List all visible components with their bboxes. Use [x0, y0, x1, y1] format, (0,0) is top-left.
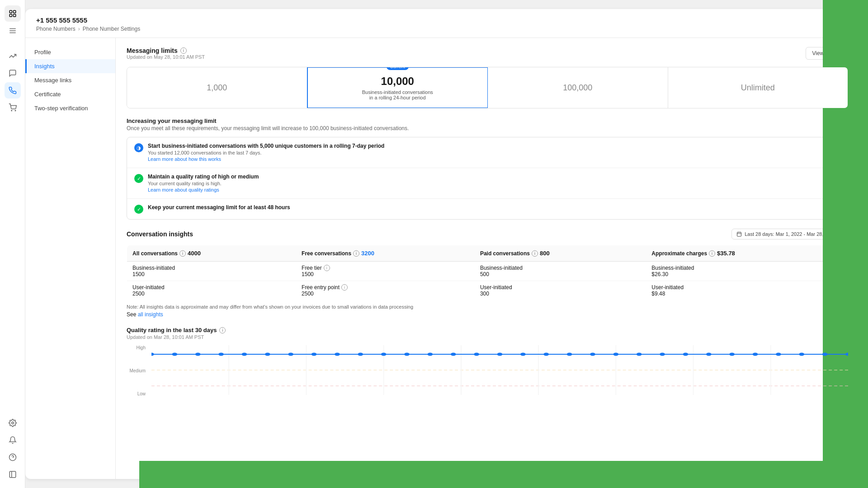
see-all-wrapper: See all insights	[127, 311, 848, 318]
svg-rect-3	[13, 14, 15, 17]
chart-svg-container	[151, 345, 848, 396]
table-row-1: Business-initiated 1500 Free tier i 1500	[127, 262, 848, 281]
left-nav: Profile Insights Message links Certifica…	[25, 38, 116, 479]
svg-rect-2	[9, 14, 12, 17]
requirement-2-link[interactable]: Learn more about quality ratings	[148, 187, 219, 192]
chat-icon[interactable]	[5, 65, 21, 81]
col-all-conversations: All conversations i 4000	[127, 245, 297, 262]
paid-business-initiated: Business-initiated 500	[475, 262, 646, 281]
cart-icon[interactable]	[5, 99, 21, 116]
conversation-insights-section: Conversation insights Last 28 days: Mar …	[127, 229, 848, 318]
requirement-3-content: Keep your current messaging limit for at…	[148, 204, 840, 211]
col-free-conversations: Free conversations i 3200	[296, 245, 475, 262]
increasing-limit-section: Increasing your messaging limit Once you…	[127, 117, 848, 220]
all-user-initiated: User-initiated 2500	[127, 281, 297, 300]
nav-item-profile[interactable]: Profile	[25, 45, 115, 59]
breadcrumb-separator: ›	[78, 26, 80, 32]
settings-icon[interactable]	[5, 415, 21, 431]
y-label-low: Low	[127, 391, 149, 396]
svg-point-9	[11, 422, 14, 424]
app-container: +1 555 555 5555 Phone Numbers › Phone Nu…	[0, 0, 868, 488]
nav-item-certificate[interactable]: Certificate	[25, 87, 115, 101]
svg-point-59	[845, 353, 848, 356]
svg-rect-14	[737, 232, 741, 236]
svg-point-8	[15, 110, 16, 111]
help-icon[interactable]	[5, 449, 21, 465]
svg-point-31	[195, 353, 201, 356]
quality-rating-section: Quality rating in the last 30 days i Upd…	[127, 327, 848, 405]
svg-point-40	[404, 353, 410, 356]
paid-user-initiated: User-initiated 300	[475, 281, 646, 300]
menu-icon[interactable]	[5, 23, 21, 39]
all-conv-info-icon[interactable]: i	[179, 250, 186, 257]
insights-note: Note: All insights data is approximate a…	[127, 304, 848, 310]
green-bar-bottom	[139, 461, 868, 488]
messaging-limits-info-icon[interactable]: i	[180, 47, 187, 54]
breadcrumb-parent[interactable]: Phone Numbers	[36, 26, 75, 32]
svg-point-44	[497, 353, 503, 356]
phone-icon[interactable]	[5, 82, 21, 99]
insights-table: All conversations i 4000 Free conversati…	[127, 245, 848, 300]
svg-rect-0	[9, 10, 12, 13]
icon-sidebar	[0, 0, 25, 488]
free-tier-info-icon[interactable]: i	[324, 265, 330, 271]
svg-point-41	[427, 353, 433, 356]
svg-point-55	[753, 353, 758, 356]
requirement-1-content: Start business-initiated conversations w…	[148, 143, 840, 162]
bell-icon[interactable]	[5, 432, 21, 448]
requirements-card: ◑ Start business-initiated conversations…	[127, 137, 848, 220]
quality-rating-info-icon[interactable]: i	[219, 327, 226, 333]
content-area: Profile Insights Message links Certifica…	[25, 38, 859, 479]
quality-rating-title: Quality rating in the last 30 days i	[127, 327, 848, 333]
home-icon[interactable]	[5, 5, 21, 22]
svg-point-43	[474, 353, 479, 356]
paid-conv-info-icon[interactable]: i	[532, 250, 538, 257]
svg-point-48	[590, 353, 595, 356]
svg-point-7	[11, 110, 12, 111]
messaging-limits-section: Messaging limits i Updated on May 28, 10…	[127, 47, 848, 108]
messaging-limits-updated: Updated on May 28, 10:01 AM PST	[127, 54, 205, 60]
svg-point-47	[567, 353, 572, 356]
requirement-2-icon: ✓	[134, 174, 143, 183]
collapse-icon[interactable]	[5, 466, 21, 483]
requirement-3-title: Keep your current messaging limit for at…	[148, 204, 840, 211]
tier-1000-value: 1,000	[207, 83, 227, 93]
nav-item-message-links[interactable]: Message links	[25, 73, 115, 87]
free-entry-info-icon[interactable]: i	[341, 284, 348, 291]
quality-rating-updated: Updated on Mar 28, 10:01 AM PST	[127, 334, 848, 340]
svg-point-50	[637, 353, 642, 356]
svg-point-30	[172, 353, 177, 356]
svg-point-49	[613, 353, 618, 356]
nav-item-two-step[interactable]: Two-step verification	[25, 101, 115, 115]
y-label-high: High	[127, 345, 149, 350]
messaging-limits-title-group: Messaging limits i Updated on May 28, 10…	[127, 47, 205, 65]
svg-point-53	[706, 353, 712, 356]
free-conv-info-icon[interactable]: i	[353, 250, 359, 257]
col-approximate-charges: Approximate charges i $35.78	[646, 245, 848, 262]
svg-point-57	[799, 353, 804, 356]
nav-item-insights[interactable]: Insights	[25, 59, 115, 73]
tier-card-unlimited: Unlimited	[668, 67, 848, 108]
all-business-initiated: Business-initiated 1500	[127, 262, 297, 281]
chart-icon[interactable]	[5, 48, 21, 64]
see-all-insights-link[interactable]: all insights	[138, 311, 163, 318]
charges-info-icon[interactable]: i	[709, 250, 715, 257]
charges-user-initiated: User-initiated $9.48	[646, 281, 848, 300]
svg-point-51	[660, 353, 665, 356]
page-header: +1 555 555 5555 Phone Numbers › Phone Nu…	[25, 9, 859, 38]
requirement-item-3: ✓ Keep your current messaging limit for …	[127, 199, 848, 219]
requirement-1-desc: You started 12,000 conversations in the …	[148, 150, 840, 155]
increasing-limit-title: Increasing your messaging limit	[127, 117, 848, 124]
svg-point-36	[311, 353, 317, 356]
tier-100000-value: 100,000	[563, 83, 592, 93]
messaging-limits-title: Messaging limits i	[127, 47, 205, 54]
svg-point-33	[241, 353, 247, 356]
quality-chart-svg	[151, 345, 848, 395]
svg-point-32	[218, 353, 224, 356]
charges-business-initiated: Business-initiated $26.30	[646, 262, 848, 281]
quality-chart-wrapper: High Medium Low	[127, 345, 848, 405]
tier-unlimited-value: Unlimited	[741, 83, 775, 93]
svg-point-45	[520, 353, 526, 356]
requirement-1-link[interactable]: Learn more about how this works	[148, 156, 221, 162]
increasing-limit-desc: Once you meet all these requirements, yo…	[127, 125, 848, 131]
